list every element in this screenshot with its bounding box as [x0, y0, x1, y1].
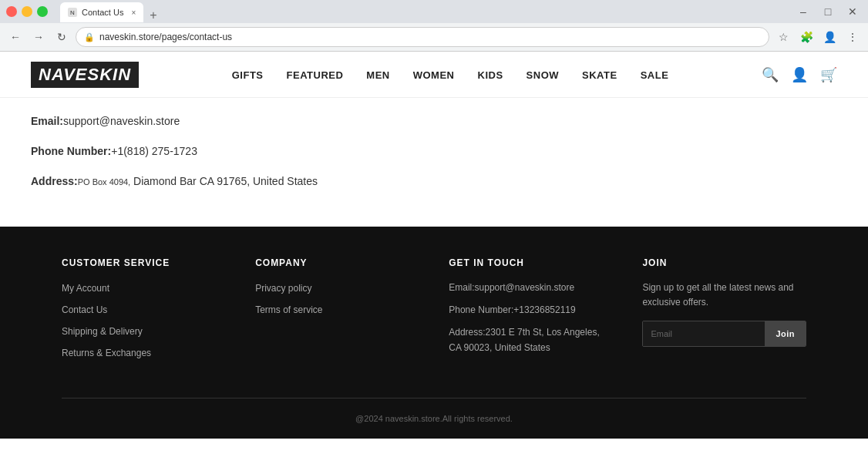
- nav-item-snow[interactable]: SNOW: [527, 68, 559, 82]
- phone-value: +1(818) 275-1723: [111, 145, 197, 157]
- nav-item-kids[interactable]: KIDS: [478, 68, 503, 82]
- nav-item-skate[interactable]: SKATE: [582, 68, 617, 82]
- customer-service-links: My Account Contact Us Shipping & Deliver…: [62, 281, 224, 359]
- company-links: Privacy policy Terms of service: [255, 281, 418, 316]
- address-small: PO Box 4094,: [78, 177, 131, 187]
- address-line: Address:PO Box 4094, Diamond Bar CA 9176…: [31, 173, 837, 190]
- browser-chrome: N Contact Us × + – □ ✕ ← → ↻ 🔒 naveskin.…: [0, 0, 868, 52]
- site-logo[interactable]: NAVESKIN: [31, 62, 139, 88]
- footer-link-privacy[interactable]: Privacy policy: [255, 281, 418, 294]
- window-controls: [6, 6, 48, 17]
- tab-close-btn[interactable]: ×: [131, 8, 136, 17]
- footer-get-in-touch: GET IN TOUCH Email:support@naveskin.stor…: [449, 257, 611, 367]
- get-in-touch-heading: GET IN TOUCH: [449, 257, 611, 268]
- email-join-form: Join: [642, 321, 806, 347]
- cart-btn[interactable]: 🛒: [820, 66, 837, 83]
- nav-item-women[interactable]: WOMEN: [413, 68, 455, 82]
- footer-company: COMPANY Privacy policy Terms of service: [255, 257, 418, 367]
- main-content: Email:support@naveskin.store Phone Numbe…: [0, 98, 868, 227]
- tab-title: Contact Us: [82, 8, 123, 17]
- address-bar-row: ← → ↻ 🔒 naveskin.store/pages/contact-us …: [0, 23, 868, 51]
- footer-phone-value: +13236852119: [513, 304, 575, 315]
- window-close-icon[interactable]: ✕: [843, 2, 862, 21]
- email-value: support@naveskin.store: [63, 115, 180, 127]
- join-btn[interactable]: Join: [765, 321, 806, 346]
- email-label: Email:: [31, 115, 63, 127]
- footer-customer-service: CUSTOMER SERVICE My Account Contact Us S…: [62, 257, 224, 367]
- browser-titlebar: N Contact Us × + – □ ✕: [0, 0, 868, 23]
- customer-service-heading: CUSTOMER SERVICE: [62, 257, 224, 268]
- nav-item-sale[interactable]: SALE: [641, 68, 669, 82]
- address-label: Address:: [31, 175, 78, 187]
- bookmark-btn[interactable]: ☆: [774, 28, 792, 46]
- footer-email-label: Email:: [449, 282, 474, 293]
- footer-address-line: Address:2301 E 7th St, Los Angeles, CA 9…: [449, 325, 611, 355]
- footer-email-line: Email:support@naveskin.store: [449, 281, 611, 295]
- header-icons: 🔍 👤 🛒: [762, 66, 837, 83]
- forward-btn[interactable]: →: [29, 28, 48, 46]
- window-minimize-btn[interactable]: [22, 6, 32, 17]
- footer-phone-line: Phone Number:+13236852119: [449, 303, 611, 318]
- footer-link-terms[interactable]: Terms of service: [255, 302, 418, 316]
- nav-item-gifts[interactable]: GIFTS: [232, 68, 264, 82]
- footer-bottom: @2024 naveskin.store.All rights reserved…: [62, 398, 806, 423]
- phone-line: Phone Number:+1(818) 275-1723: [31, 143, 837, 160]
- company-heading: COMPANY: [255, 257, 418, 268]
- back-btn[interactable]: ←: [6, 28, 25, 46]
- lock-icon: 🔒: [84, 32, 95, 42]
- footer-phone-label: Phone Number:: [449, 304, 513, 315]
- copyright-text: @2024 naveskin.store.All rights reserved…: [355, 414, 513, 423]
- new-tab-btn[interactable]: +: [146, 8, 160, 22]
- footer-grid: CUSTOMER SERVICE My Account Contact Us S…: [62, 257, 806, 367]
- refresh-btn[interactable]: ↻: [52, 28, 71, 46]
- footer-link-shipping[interactable]: Shipping & Delivery: [62, 324, 224, 338]
- footer-link-my-account[interactable]: My Account: [62, 281, 224, 294]
- nav-item-men[interactable]: MEN: [366, 68, 389, 82]
- footer-email-value: support@naveskin.store: [475, 282, 575, 293]
- window-minimize-icon[interactable]: –: [794, 2, 812, 21]
- footer-address-label: Address:: [449, 327, 485, 338]
- contact-info: Email:support@naveskin.store Phone Numbe…: [31, 113, 837, 190]
- join-heading: JOIN: [642, 257, 806, 268]
- nav-menu: GIFTS FEATURED MEN WOMEN KIDS SNOW SKATE…: [232, 68, 669, 82]
- email-line: Email:support@naveskin.store: [31, 113, 837, 129]
- footer-link-contact-us[interactable]: Contact Us: [62, 302, 224, 316]
- site-header: NAVESKIN GIFTS FEATURED MEN WOMEN KIDS S…: [0, 52, 868, 98]
- search-btn[interactable]: 🔍: [762, 66, 779, 83]
- tab-bar: N Contact Us × +: [54, 1, 788, 22]
- window-close-btn[interactable]: [6, 6, 17, 17]
- extensions-btn[interactable]: 🧩: [797, 28, 816, 46]
- address-value: Diamond Bar CA 91765, United States: [130, 175, 318, 187]
- tab-favicon: N: [68, 8, 77, 17]
- window-maximize-btn[interactable]: [37, 6, 48, 17]
- email-join-input[interactable]: [643, 321, 765, 346]
- join-description: Sign up to get all the latest news and e…: [642, 281, 806, 310]
- account-btn[interactable]: 👤: [791, 66, 808, 83]
- browser-menu-btn[interactable]: ⋮: [843, 28, 862, 46]
- main-nav: GIFTS FEATURED MEN WOMEN KIDS SNOW SKATE…: [232, 68, 669, 82]
- site-footer: CUSTOMER SERVICE My Account Contact Us S…: [0, 227, 868, 439]
- profile-btn[interactable]: 👤: [820, 28, 839, 46]
- phone-label: Phone Number:: [31, 145, 111, 157]
- active-tab[interactable]: N Contact Us ×: [60, 2, 143, 22]
- address-bar[interactable]: 🔒 naveskin.store/pages/contact-us: [76, 27, 769, 47]
- nav-item-featured[interactable]: FEATURED: [287, 68, 344, 82]
- window-restore-icon[interactable]: □: [819, 2, 837, 21]
- footer-link-returns[interactable]: Returns & Exchanges: [62, 345, 224, 359]
- url-text: naveskin.store/pages/contact-us: [99, 32, 232, 42]
- footer-join: JOIN Sign up to get all the latest news …: [642, 257, 806, 367]
